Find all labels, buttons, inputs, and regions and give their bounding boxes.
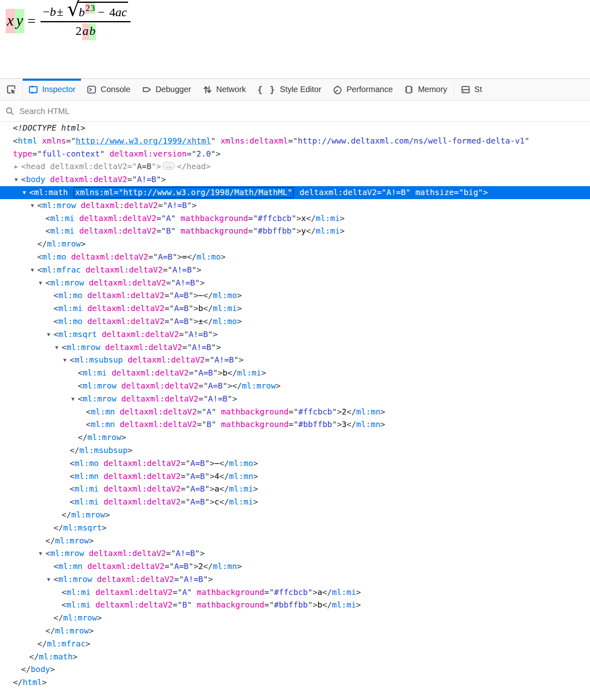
markup-row[interactable]: ▼<ml:mrow deltaxml:deltaV2="A!=B">	[0, 199, 590, 212]
attribute-name[interactable]: deltaxml:deltaV2	[50, 175, 127, 184]
tag-name[interactable]: ml:mrow	[71, 510, 105, 520]
node-text-content[interactable]: x	[301, 214, 306, 223]
node-text-content[interactable]: 3	[342, 420, 346, 429]
attribute-name[interactable]: xmlns:ml	[75, 188, 113, 197]
tag-name[interactable]: ml:mrow	[58, 575, 92, 584]
tag-name[interactable]: ml:math	[39, 652, 73, 661]
collapse-arrow-icon[interactable]: ▼	[37, 547, 44, 560]
collapse-arrow-icon[interactable]: ▼	[37, 277, 44, 290]
markup-row[interactable]: <ml:mi deltaxml:deltaV2="A=B">b</ml:mi>	[0, 367, 590, 380]
markup-row[interactable]: <html xmlns="http://www.w3.org/1999/xhtm…	[0, 135, 590, 148]
tag-name[interactable]: head	[26, 162, 45, 171]
tag-name[interactable]: ml:mo	[229, 459, 253, 468]
tag-name[interactable]: ml:mrow	[50, 549, 84, 558]
markup-row[interactable]: <ml:mi deltaxml:deltaV2="A=B">b</ml:mi>	[0, 302, 590, 315]
node-text-content[interactable]: a	[317, 588, 322, 597]
tab-performance[interactable]: Performance	[327, 79, 399, 100]
tag-name[interactable]: ml:mi	[75, 497, 99, 507]
markup-row[interactable]: <!DOCTYPE html>	[0, 122, 590, 135]
tag-name[interactable]: ml:mi	[50, 226, 75, 236]
show-all-nodes-badge[interactable]: …	[162, 162, 175, 170]
markup-row[interactable]: <ml:mi deltaxml:deltaV2="A" mathbackgrou…	[0, 212, 590, 225]
attribute-value[interactable]: A=B	[190, 484, 205, 494]
attribute-name[interactable]: mathbackground	[221, 420, 289, 429]
markup-row[interactable]: ▼<ml:math xmlns:ml="http://www.w3.org/19…	[0, 186, 590, 199]
tag-name[interactable]: ml:mi	[229, 484, 253, 494]
attribute-name[interactable]: deltaxml:deltaV2	[105, 343, 182, 352]
attribute-name[interactable]: deltaxml:deltaV2	[95, 600, 173, 610]
tag-name[interactable]: ml:mo	[42, 252, 66, 262]
markup-row[interactable]: </ml:mrow>	[0, 612, 590, 625]
tag-name[interactable]: ml:mi	[237, 368, 261, 378]
attribute-value[interactable]: A=B	[174, 562, 189, 571]
attribute-value[interactable]: #bbffbb	[274, 600, 308, 610]
tag-name[interactable]: ml:mrow	[63, 613, 97, 623]
collapse-arrow-icon[interactable]: ▼	[13, 173, 19, 186]
attribute-name[interactable]: deltaxml:deltaV2	[89, 549, 166, 558]
tag-name[interactable]: body	[31, 665, 50, 674]
tab-console[interactable]: Console	[81, 79, 136, 100]
attribute-value[interactable]: A=B	[208, 381, 223, 391]
markup-row[interactable]: ▶<head deltaxml:deltaV2="A=B">…</head>	[0, 160, 590, 173]
tag-name[interactable]: html	[18, 136, 37, 146]
tag-name[interactable]: ml:mrow	[55, 536, 89, 545]
markup-row[interactable]: ▼<ml:mrow deltaxml:deltaV2="A!=B">	[0, 573, 590, 586]
attribute-value[interactable]: #ffcbcb	[258, 214, 291, 223]
attribute-value[interactable]: A!=B	[189, 330, 208, 339]
attribute-name[interactable]: deltaxml:deltaV2	[79, 214, 156, 223]
markup-row[interactable]: <ml:mo deltaxml:deltaV2="A=B">−</ml:mo>	[0, 289, 590, 302]
collapse-arrow-icon[interactable]: ▼	[53, 341, 60, 354]
tag-name[interactable]: html	[23, 678, 42, 687]
attribute-value[interactable]: A!=B	[214, 355, 234, 365]
attribute-name[interactable]: deltaxml:deltaV2	[103, 484, 181, 494]
attribute-name[interactable]: mathbackground	[181, 214, 248, 223]
attribute-value[interactable]: B	[166, 226, 171, 236]
tag-name[interactable]: ml:mn	[91, 420, 115, 429]
attribute-name[interactable]: xmlns	[42, 136, 66, 146]
node-text-content[interactable]: 2	[342, 407, 346, 417]
attribute-name[interactable]: deltaxml:deltaV2	[87, 562, 165, 571]
attribute-value[interactable]: A!=B	[192, 343, 212, 352]
pick-element-button[interactable]	[0, 79, 23, 100]
attribute-name[interactable]: deltaxml:deltaV2	[87, 291, 165, 300]
attribute-value[interactable]: big	[464, 188, 478, 197]
attribute-name[interactable]: deltaxml:deltaV2	[103, 459, 181, 468]
attribute-value[interactable]: full-context	[42, 149, 100, 159]
attribute-value[interactable]: A!=B	[168, 201, 187, 210]
node-text-content[interactable]: =	[182, 252, 187, 262]
markup-row[interactable]: </ml:mrow>	[0, 509, 590, 522]
attribute-name[interactable]: deltaxml:deltaV2	[102, 330, 179, 339]
tag-name[interactable]: ml:mi	[213, 304, 237, 313]
node-text-content[interactable]: b	[222, 368, 227, 378]
attribute-name[interactable]: deltaxml:deltaV2	[89, 278, 166, 288]
tag-name[interactable]: ml:mfrac	[42, 265, 81, 275]
markup-row[interactable]: </html>	[0, 676, 590, 689]
markup-row[interactable]: ▼<ml:mfrac deltaxml:deltaV2="A!=B">	[0, 264, 590, 277]
attribute-name[interactable]: deltaxml:deltaV2	[81, 201, 158, 210]
markup-row[interactable]: <ml:mn deltaxml:deltaV2="A" mathbackgrou…	[0, 406, 590, 419]
tag-name[interactable]: ml:mrow	[47, 239, 81, 249]
markup-row[interactable]: ▼<ml:msqrt deltaxml:deltaV2="A!=B">	[0, 328, 590, 341]
attribute-value[interactable]: http://www.w3.org/1998/Math/MathML	[123, 188, 287, 197]
attribute-name[interactable]: deltaxml:deltaV2	[121, 381, 199, 391]
tag-name[interactable]: ml:mi	[75, 484, 99, 494]
attribute-value[interactable]: #ffcbcb	[298, 407, 332, 417]
markup-row[interactable]: <ml:mo deltaxml:deltaV2="A=B">±</ml:mo>	[0, 315, 590, 328]
tag-name[interactable]: ml:mo	[213, 291, 237, 300]
tag-name[interactable]: ml:msubsup	[75, 355, 123, 365]
expand-arrow-icon[interactable]: ▶	[13, 160, 19, 173]
collapse-arrow-icon[interactable]: ▼	[62, 354, 68, 367]
attribute-name[interactable]: deltaxml:deltaV2	[103, 497, 181, 507]
attribute-name[interactable]: mathbackground	[181, 226, 248, 236]
attribute-value[interactable]: A	[182, 588, 187, 597]
tab-style-editor[interactable]: { } Style Editor	[252, 79, 327, 100]
attribute-name[interactable]: deltaxml:deltaV2	[128, 355, 205, 365]
attribute-name[interactable]: deltaxml:deltaV2	[121, 394, 199, 404]
markup-row[interactable]: ▼<ml:mrow deltaxml:deltaV2="A!=B">	[0, 277, 590, 290]
attribute-name[interactable]: deltaxml:deltaV2	[120, 420, 197, 429]
tag-name[interactable]: ml:mi	[83, 368, 107, 378]
tag-name[interactable]: ml:mn	[75, 472, 99, 481]
markup-row[interactable]: <ml:mi deltaxml:deltaV2="B" mathbackgrou…	[0, 599, 590, 612]
tag-name[interactable]: ml:mi	[316, 214, 340, 223]
attribute-name[interactable]: deltaxml:deltaV2	[86, 265, 163, 275]
